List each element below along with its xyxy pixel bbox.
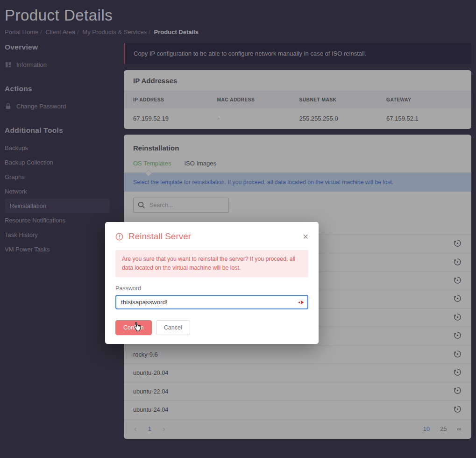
password-field-wrap [115,295,308,309]
warning-circle-icon [115,233,123,241]
mouse-cursor [131,322,142,335]
modal-title: Reinstall Server [128,231,191,242]
close-icon[interactable]: × [303,232,308,241]
password-input[interactable] [115,295,308,309]
modal-footer: Confirm Cancel [115,320,308,335]
reinstall-warning-alert: Are you sure that you want to reinstall … [115,250,308,277]
reinstall-warning-text: Are you sure that you want to reinstall … [122,256,295,271]
password-manager-icon[interactable] [298,299,305,306]
modal-header: Reinstall Server × [115,231,308,242]
cancel-button[interactable]: Cancel [156,320,190,335]
password-label: Password [115,285,308,292]
product-details-page: { "header": { "title": "Product Details"… [0,0,476,458]
